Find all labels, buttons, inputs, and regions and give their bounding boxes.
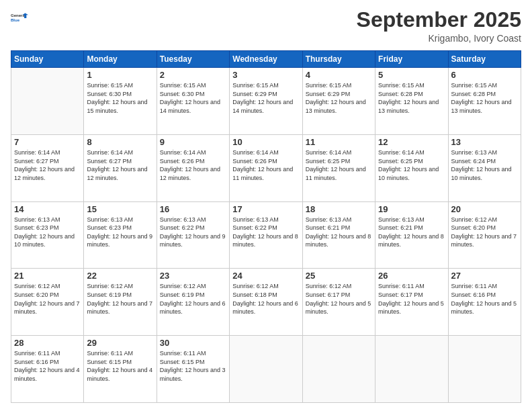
header-sunday: Sunday <box>11 51 84 68</box>
table-row: 24Sunrise: 6:12 AM Sunset: 6:18 PM Dayli… <box>230 269 302 336</box>
table-row: 1Sunrise: 6:15 AM Sunset: 6:30 PM Daylig… <box>84 68 157 135</box>
day-number: 3 <box>232 70 299 80</box>
day-info: Sunrise: 6:13 AM Sunset: 6:23 PM Dayligh… <box>14 216 81 249</box>
day-info: Sunrise: 6:13 AM Sunset: 6:21 PM Dayligh… <box>306 216 372 249</box>
day-info: Sunrise: 6:12 AM Sunset: 6:18 PM Dayligh… <box>232 282 299 316</box>
day-number: 4 <box>306 70 372 80</box>
day-info: Sunrise: 6:15 AM Sunset: 6:29 PM Dayligh… <box>306 81 372 115</box>
header: GeneralBlue September 2025 Krigambo, Ivo… <box>11 8 521 44</box>
table-row: 30Sunrise: 6:11 AM Sunset: 6:15 PM Dayli… <box>157 336 229 403</box>
day-info: Sunrise: 6:12 AM Sunset: 6:19 PM Dayligh… <box>87 282 153 316</box>
table-row: 15Sunrise: 6:13 AM Sunset: 6:23 PM Dayli… <box>84 201 157 269</box>
table-row: 7Sunrise: 6:14 AM Sunset: 6:27 PM Daylig… <box>11 134 84 201</box>
day-number: 6 <box>451 70 518 80</box>
day-info: Sunrise: 6:11 AM Sunset: 6:15 PM Dayligh… <box>160 349 226 383</box>
table-row: 13Sunrise: 6:13 AM Sunset: 6:24 PM Dayli… <box>448 134 521 201</box>
weekday-header-row: Sunday Monday Tuesday Wednesday Thursday… <box>11 51 521 68</box>
day-info: Sunrise: 6:13 AM Sunset: 6:21 PM Dayligh… <box>378 216 445 249</box>
day-info: Sunrise: 6:14 AM Sunset: 6:26 PM Dayligh… <box>232 148 299 182</box>
day-number: 9 <box>160 137 226 147</box>
day-number: 22 <box>87 271 153 281</box>
week-row-0: 1Sunrise: 6:15 AM Sunset: 6:30 PM Daylig… <box>11 68 521 135</box>
table-row: 12Sunrise: 6:14 AM Sunset: 6:25 PM Dayli… <box>375 134 448 201</box>
day-number: 30 <box>160 338 226 348</box>
table-row: 27Sunrise: 6:11 AM Sunset: 6:16 PM Dayli… <box>448 269 521 336</box>
table-row: 11Sunrise: 6:14 AM Sunset: 6:25 PM Dayli… <box>302 134 375 201</box>
header-wednesday: Wednesday <box>230 51 302 68</box>
table-row: 21Sunrise: 6:12 AM Sunset: 6:20 PM Dayli… <box>11 269 84 336</box>
day-number: 1 <box>87 70 153 80</box>
day-number: 18 <box>306 204 372 214</box>
svg-text:Blue: Blue <box>11 18 20 22</box>
table-row: 5Sunrise: 6:15 AM Sunset: 6:28 PM Daylig… <box>375 68 448 135</box>
table-row: 23Sunrise: 6:12 AM Sunset: 6:19 PM Dayli… <box>157 269 229 336</box>
day-info: Sunrise: 6:11 AM Sunset: 6:17 PM Dayligh… <box>378 282 445 316</box>
day-info: Sunrise: 6:14 AM Sunset: 6:27 PM Dayligh… <box>14 148 81 182</box>
day-number: 10 <box>232 137 299 147</box>
day-info: Sunrise: 6:11 AM Sunset: 6:16 PM Dayligh… <box>451 282 518 316</box>
day-info: Sunrise: 6:13 AM Sunset: 6:23 PM Dayligh… <box>87 216 153 249</box>
day-info: Sunrise: 6:14 AM Sunset: 6:27 PM Dayligh… <box>87 148 153 182</box>
day-number: 20 <box>451 204 518 214</box>
table-row: 4Sunrise: 6:15 AM Sunset: 6:29 PM Daylig… <box>302 68 375 135</box>
day-number: 23 <box>160 271 226 281</box>
day-number: 28 <box>14 338 81 348</box>
table-row: 10Sunrise: 6:14 AM Sunset: 6:26 PM Dayli… <box>230 134 302 201</box>
table-row: 16Sunrise: 6:13 AM Sunset: 6:22 PM Dayli… <box>157 201 229 269</box>
day-info: Sunrise: 6:12 AM Sunset: 6:19 PM Dayligh… <box>160 282 226 316</box>
day-number: 11 <box>306 137 372 147</box>
day-info: Sunrise: 6:14 AM Sunset: 6:26 PM Dayligh… <box>160 148 226 182</box>
table-row <box>302 336 375 403</box>
day-info: Sunrise: 6:12 AM Sunset: 6:20 PM Dayligh… <box>14 282 81 316</box>
table-row: 20Sunrise: 6:12 AM Sunset: 6:20 PM Dayli… <box>448 201 521 269</box>
day-info: Sunrise: 6:11 AM Sunset: 6:16 PM Dayligh… <box>14 349 81 383</box>
day-number: 16 <box>160 204 226 214</box>
header-friday: Friday <box>375 51 448 68</box>
day-number: 12 <box>378 137 445 147</box>
day-number: 7 <box>14 137 81 147</box>
day-number: 14 <box>14 204 81 214</box>
table-row: 19Sunrise: 6:13 AM Sunset: 6:21 PM Dayli… <box>375 201 448 269</box>
day-number: 19 <box>378 204 445 214</box>
table-row: 8Sunrise: 6:14 AM Sunset: 6:27 PM Daylig… <box>84 134 157 201</box>
table-row: 14Sunrise: 6:13 AM Sunset: 6:23 PM Dayli… <box>11 201 84 269</box>
location-subtitle: Krigambo, Ivory Coast <box>357 33 521 44</box>
table-row <box>230 336 302 403</box>
header-thursday: Thursday <box>302 51 375 68</box>
week-row-4: 28Sunrise: 6:11 AM Sunset: 6:16 PM Dayli… <box>11 336 521 403</box>
header-saturday: Saturday <box>448 51 521 68</box>
table-row: 2Sunrise: 6:15 AM Sunset: 6:30 PM Daylig… <box>157 68 229 135</box>
table-row: 18Sunrise: 6:13 AM Sunset: 6:21 PM Dayli… <box>302 201 375 269</box>
day-info: Sunrise: 6:12 AM Sunset: 6:17 PM Dayligh… <box>306 282 372 316</box>
day-info: Sunrise: 6:13 AM Sunset: 6:22 PM Dayligh… <box>160 216 226 249</box>
day-number: 13 <box>451 137 518 147</box>
table-row: 29Sunrise: 6:11 AM Sunset: 6:15 PM Dayli… <box>84 336 157 403</box>
logo: GeneralBlue <box>11 8 30 27</box>
day-number: 27 <box>451 271 518 281</box>
day-number: 21 <box>14 271 81 281</box>
day-number: 17 <box>232 204 299 214</box>
day-number: 26 <box>378 271 445 281</box>
day-info: Sunrise: 6:12 AM Sunset: 6:20 PM Dayligh… <box>451 216 518 249</box>
table-row: 17Sunrise: 6:13 AM Sunset: 6:22 PM Dayli… <box>230 201 302 269</box>
week-row-2: 14Sunrise: 6:13 AM Sunset: 6:23 PM Dayli… <box>11 201 521 269</box>
day-info: Sunrise: 6:13 AM Sunset: 6:24 PM Dayligh… <box>451 148 518 182</box>
day-number: 25 <box>306 271 372 281</box>
day-info: Sunrise: 6:14 AM Sunset: 6:25 PM Dayligh… <box>306 148 372 182</box>
calendar-table: Sunday Monday Tuesday Wednesday Thursday… <box>11 50 521 403</box>
table-row: 25Sunrise: 6:12 AM Sunset: 6:17 PM Dayli… <box>302 269 375 336</box>
day-info: Sunrise: 6:14 AM Sunset: 6:25 PM Dayligh… <box>378 148 445 182</box>
header-monday: Monday <box>84 51 157 68</box>
week-row-1: 7Sunrise: 6:14 AM Sunset: 6:27 PM Daylig… <box>11 134 521 201</box>
header-tuesday: Tuesday <box>157 51 229 68</box>
day-number: 29 <box>87 338 153 348</box>
day-info: Sunrise: 6:15 AM Sunset: 6:30 PM Dayligh… <box>87 81 153 115</box>
table-row: 22Sunrise: 6:12 AM Sunset: 6:19 PM Dayli… <box>84 269 157 336</box>
table-row: 9Sunrise: 6:14 AM Sunset: 6:26 PM Daylig… <box>157 134 229 201</box>
title-block: September 2025 Krigambo, Ivory Coast <box>357 8 521 44</box>
day-info: Sunrise: 6:15 AM Sunset: 6:29 PM Dayligh… <box>232 81 299 115</box>
page: GeneralBlue September 2025 Krigambo, Ivo… <box>0 0 532 411</box>
table-row <box>375 336 448 403</box>
day-info: Sunrise: 6:15 AM Sunset: 6:28 PM Dayligh… <box>451 81 518 115</box>
table-row: 3Sunrise: 6:15 AM Sunset: 6:29 PM Daylig… <box>230 68 302 135</box>
